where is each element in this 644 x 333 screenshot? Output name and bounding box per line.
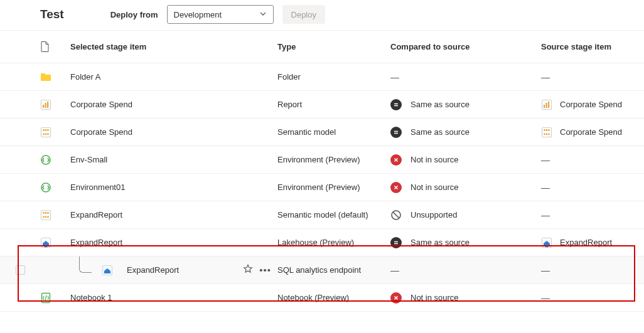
item-type: Report (277, 100, 390, 109)
source-item: Corporate Spend (541, 127, 644, 138)
source-item: Corporate Spend (541, 99, 644, 110)
table-row[interactable]: Environment01Environment (Preview)Not in… (0, 174, 644, 201)
table-row[interactable]: Corporate SpendReportSame as sourceCorpo… (0, 91, 644, 119)
item-type: Lakehouse (Preview) (277, 238, 390, 247)
notebook-icon (40, 292, 51, 304)
dash-icon: — (390, 72, 399, 82)
svg-point-19 (544, 133, 545, 135)
table-row[interactable]: ExpandReport•••SQL analytics endpoint—— (0, 256, 644, 284)
table-row[interactable]: ExpandReportLakehouse (Preview)Same as s… (0, 229, 644, 256)
item-name: Folder A (70, 72, 100, 82)
env-icon (40, 154, 51, 166)
col-selected: Selected stage item (70, 42, 277, 51)
dataset-icon (40, 127, 51, 138)
favorite-star-icon[interactable] (243, 264, 253, 276)
dash-icon: — (541, 293, 550, 303)
item-type: Folder (277, 72, 390, 82)
item-name: Corporate Spend (70, 100, 132, 109)
svg-point-26 (45, 212, 47, 214)
x-badge-icon (390, 292, 402, 304)
table-row[interactable]: Env-SmallEnvironment (Preview)Not in sou… (0, 146, 644, 174)
report-icon (541, 99, 552, 110)
svg-point-13 (45, 133, 47, 135)
svg-rect-3 (47, 102, 48, 108)
svg-point-20 (546, 133, 548, 135)
item-type: Environment (Preview) (277, 155, 390, 164)
stage-header: Test Deploy from Development Deploy (0, 0, 644, 31)
compare-status: Same as source (390, 99, 541, 110)
page-icon (40, 41, 70, 52)
source-item: — (541, 210, 644, 220)
folder-icon (40, 71, 51, 83)
equal-badge-icon (390, 237, 402, 248)
svg-point-17 (546, 129, 548, 131)
dataset-icon (541, 127, 552, 138)
svg-rect-2 (45, 103, 46, 108)
dataset-icon (40, 209, 51, 221)
dash-icon: — (390, 265, 399, 275)
col-source: Source stage item (541, 42, 644, 51)
deploy-from-dropdown[interactable]: Development (167, 5, 274, 24)
item-type: Environment (Preview) (277, 182, 390, 192)
deploy-from-label: Deploy from (110, 10, 158, 19)
item-name: Notebook 1 (70, 293, 112, 302)
items-table: Selected stage item Type Compared to sou… (0, 31, 644, 312)
source-item: — (541, 182, 644, 193)
x-badge-icon (390, 182, 402, 193)
table-row[interactable]: Folder AFolder—— (0, 63, 644, 91)
x-badge-icon (390, 154, 402, 166)
svg-point-21 (548, 133, 550, 135)
row-checkbox[interactable] (16, 265, 25, 275)
svg-point-29 (45, 216, 47, 218)
svg-point-30 (47, 216, 49, 218)
dash-icon: — (541, 72, 550, 82)
item-name: Env-Small (70, 155, 107, 164)
dash-icon: — (541, 182, 550, 193)
source-item: — (541, 293, 644, 303)
svg-point-28 (43, 216, 45, 218)
item-name: Environment01 (70, 182, 125, 192)
source-item: — (541, 265, 644, 275)
compare-status: Same as source (390, 237, 541, 248)
svg-rect-7 (548, 102, 549, 108)
item-name: ExpandReport (127, 265, 179, 275)
svg-point-18 (548, 129, 550, 131)
item-type: Notebook (Preview) (277, 293, 390, 302)
compare-status: Not in source (390, 292, 541, 304)
svg-rect-24 (41, 210, 51, 219)
item-name: ExpandReport (70, 238, 122, 247)
item-name: ExpandReport (70, 210, 122, 219)
svg-rect-8 (41, 127, 51, 137)
deploy-button[interactable]: Deploy (282, 5, 325, 24)
item-type: Semantic model (default) (277, 210, 390, 219)
svg-rect-6 (546, 103, 547, 108)
env-icon (40, 182, 51, 193)
svg-rect-5 (544, 105, 545, 108)
dash-icon: — (541, 210, 550, 220)
svg-point-12 (43, 133, 45, 135)
source-item: — (541, 72, 644, 82)
compare-status: Unsupported (390, 209, 541, 221)
table-row[interactable]: Corporate SpendSemantic modelSame as sou… (0, 119, 644, 146)
item-type: SQL analytics endpoint (277, 265, 390, 275)
table-row[interactable]: ExpandReportSemantic model (default)Unsu… (0, 201, 644, 229)
svg-point-10 (45, 129, 47, 131)
report-icon (40, 99, 51, 110)
table-row[interactable]: Notebook 1Notebook (Preview)Not in sourc… (0, 284, 644, 312)
svg-point-25 (43, 212, 45, 214)
svg-point-27 (47, 212, 49, 214)
compare-status: Not in source (390, 182, 541, 193)
compare-status: Same as source (390, 127, 541, 138)
svg-rect-1 (43, 105, 44, 108)
col-compare: Compared to source (390, 42, 541, 51)
compare-status: Not in source (390, 154, 541, 166)
source-item: — (541, 155, 644, 165)
item-type: Semantic model (277, 127, 390, 137)
source-item: ExpandReport (541, 237, 644, 248)
unsupported-badge-icon (390, 209, 402, 221)
sqlendpoint-icon (102, 265, 113, 276)
more-options-icon[interactable]: ••• (259, 265, 271, 275)
equal-badge-icon (390, 127, 402, 138)
tree-connector-icon (79, 256, 92, 273)
svg-point-9 (43, 129, 45, 131)
